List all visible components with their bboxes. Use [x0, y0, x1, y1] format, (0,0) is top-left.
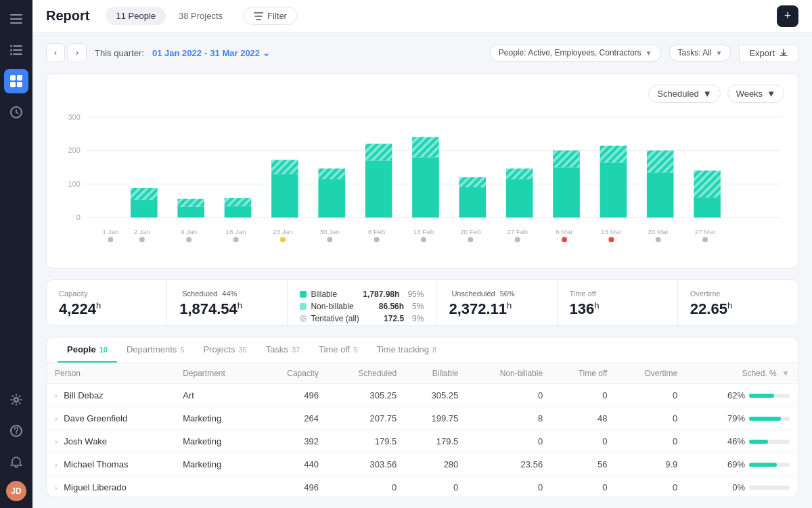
tab-projects[interactable]: 38 Projects [168, 7, 233, 25]
svg-rect-69 [600, 146, 627, 163]
col-sched-pct[interactable]: Sched. % ▼ [685, 363, 798, 384]
person-capacity: 496 [258, 384, 327, 407]
svg-point-59 [468, 237, 473, 242]
sidebar-help-icon[interactable] [4, 419, 28, 443]
tab-time-off[interactable]: Time off 5 [309, 338, 367, 363]
add-button[interactable]: + [777, 5, 798, 27]
scheduled-value: 1,874.54h [179, 300, 275, 318]
svg-rect-44 [318, 179, 345, 217]
svg-text:0: 0 [76, 214, 81, 222]
svg-point-8 [10, 53, 12, 55]
table-row[interactable]: › Miguel Liberado 496 0 0 0 0 0 0% [47, 476, 798, 497]
bar-chart: 300 200 100 0 1 Jan 2 Jan 9 Jan [60, 110, 784, 258]
tab-departments[interactable]: Departments 5 [117, 338, 194, 363]
person-sched-pct: 79% [685, 407, 798, 430]
svg-text:2 Jan: 2 Jan [134, 228, 150, 235]
tab-people[interactable]: 11 People [106, 7, 166, 25]
svg-rect-5 [13, 53, 22, 55]
sidebar-clock-icon[interactable] [4, 100, 28, 124]
person-overtime: 0 [615, 430, 685, 453]
person-billable: 305.25 [405, 384, 466, 407]
prev-button[interactable]: ‹ [46, 43, 65, 62]
capacity-value: 4,224h [59, 300, 154, 318]
expand-icon[interactable]: › [55, 484, 58, 492]
svg-point-6 [10, 45, 12, 47]
person-scheduled: 303.56 [327, 453, 405, 476]
time-off-value: 136h [570, 300, 665, 318]
expand-icon[interactable]: › [55, 392, 58, 400]
svg-rect-32 [177, 207, 204, 218]
person-non-billable: 0 [466, 384, 551, 407]
export-button[interactable]: Export [739, 44, 798, 62]
table-row[interactable]: › Michael Thomas Marketing 440 303.56 28… [47, 453, 798, 476]
col-person: Person [47, 363, 175, 384]
person-capacity: 264 [258, 407, 327, 430]
svg-text:16 Jan: 16 Jan [226, 228, 246, 235]
svg-rect-77 [694, 170, 721, 198]
unscheduled-value: 2,372.11h [449, 300, 544, 318]
page-title: Report [46, 8, 89, 24]
svg-line-15 [16, 112, 18, 114]
svg-text:13 Mar: 13 Mar [601, 228, 622, 235]
expand-icon[interactable]: › [55, 438, 58, 446]
col-time-off: Time off [551, 363, 615, 384]
time-off-label: Time off [570, 290, 665, 298]
sidebar-dashboard-icon[interactable] [4, 69, 28, 93]
svg-point-43 [280, 237, 286, 242]
filter-icon [254, 12, 263, 20]
sidebar-bottom: JD [4, 388, 28, 501]
sidebar-bell-icon[interactable] [4, 450, 28, 474]
date-range[interactable]: 01 Jan 2022 - 31 Mar 2022 ⌄ [152, 48, 270, 58]
person-department [175, 476, 258, 497]
person-overtime: 0 [615, 384, 685, 407]
stats-row: Capacity 4,224h Scheduled 44% 1,874.54h [46, 279, 798, 326]
expand-icon[interactable]: › [55, 415, 58, 423]
svg-rect-9 [10, 75, 16, 80]
svg-rect-53 [412, 137, 439, 158]
table-row[interactable]: › Josh Wake Marketing 392 179.5 179.5 0 … [47, 430, 798, 453]
people-filter-pill[interactable]: People: Active, Employees, Contractors ▼ [490, 44, 661, 62]
svg-point-27 [108, 237, 113, 242]
col-scheduled: Scheduled [327, 363, 405, 384]
table-row[interactable]: › Bill Debaz Art 496 305.25 305.25 0 0 0… [47, 384, 798, 407]
person-time-off: 0 [551, 384, 615, 407]
svg-point-39 [233, 237, 239, 242]
tab-projects[interactable]: Projects 30 [194, 338, 256, 363]
filter-button[interactable]: Filter [244, 7, 297, 25]
scheduled-label: Scheduled 44% [179, 290, 275, 298]
header: Report 11 People 38 Projects Filter + [32, 0, 812, 32]
svg-rect-1 [10, 18, 22, 20]
tab-tasks[interactable]: Tasks 37 [256, 338, 309, 363]
legend: Billable 1,787.98h 95% Non-billable 86.5… [300, 290, 424, 323]
expand-icon[interactable]: › [55, 461, 58, 469]
table-row[interactable]: › Dave Greenfield Marketing 264 207.75 1… [47, 407, 798, 430]
person-billable: 0 [405, 476, 466, 497]
svg-text:13 Feb: 13 Feb [413, 228, 434, 235]
tab-people[interactable]: People 10 [58, 338, 117, 363]
stat-scheduled: Scheduled 44% 1,874.54h [167, 280, 288, 325]
stat-legend: Billable 1,787.98h 95% Non-billable 86.5… [288, 280, 436, 325]
person-non-billable: 8 [466, 407, 551, 430]
sidebar-settings-icon[interactable] [4, 388, 28, 412]
svg-text:30 Jan: 30 Jan [319, 228, 340, 235]
next-button[interactable]: › [68, 43, 87, 62]
svg-text:1 Jan: 1 Jan [102, 228, 118, 235]
svg-rect-28 [131, 200, 158, 218]
person-name: › Bill Debaz [47, 384, 175, 407]
svg-text:6 Mar: 6 Mar [556, 228, 573, 235]
scheduled-select[interactable]: Scheduled ▼ [648, 85, 720, 103]
tab-time-tracking[interactable]: Time tracking 8 [367, 338, 447, 363]
capacity-label: Capacity [59, 290, 154, 298]
sidebar-list-icon[interactable] [4, 38, 28, 62]
sidebar-menu-icon[interactable] [4, 7, 28, 31]
weeks-select[interactable]: Weeks ▼ [727, 85, 784, 103]
svg-rect-40 [271, 174, 298, 217]
person-scheduled: 207.75 [327, 407, 405, 430]
svg-text:20 Feb: 20 Feb [460, 228, 481, 235]
tasks-filter-pill[interactable]: Tasks: All ▼ [669, 44, 731, 62]
billable-dot [300, 291, 307, 298]
svg-rect-37 [225, 198, 252, 206]
nav-arrows: ‹ › [46, 43, 87, 62]
svg-point-51 [374, 237, 380, 242]
user-avatar[interactable]: JD [6, 481, 26, 501]
